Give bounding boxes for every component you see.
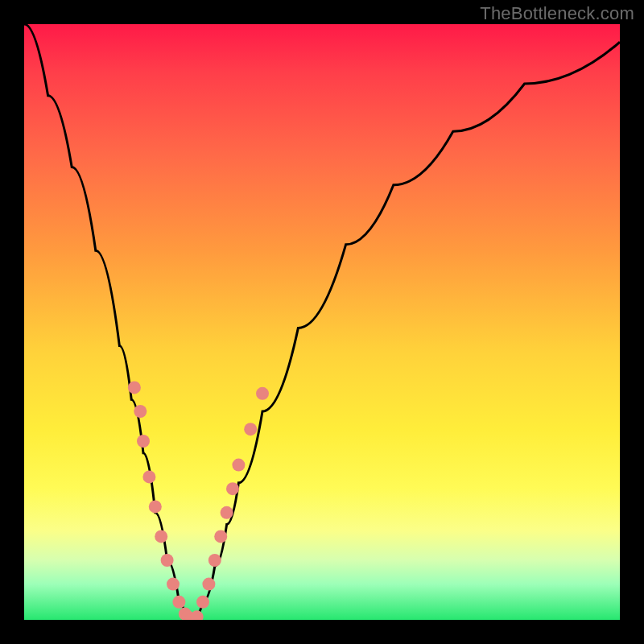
data-marker bbox=[196, 596, 209, 609]
chart-frame: TheBottleneck.com bbox=[0, 0, 644, 644]
watermark-text: TheBottleneck.com bbox=[480, 3, 634, 24]
data-marker bbox=[202, 578, 215, 591]
data-marker bbox=[167, 578, 180, 591]
data-marker bbox=[244, 423, 257, 436]
data-marker bbox=[149, 500, 162, 513]
data-marker bbox=[142, 470, 155, 483]
curve-markers bbox=[128, 381, 269, 620]
bottleneck-curve bbox=[24, 24, 620, 620]
data-marker bbox=[256, 387, 269, 400]
data-marker bbox=[232, 459, 245, 472]
data-marker bbox=[191, 610, 204, 620]
data-marker bbox=[221, 506, 233, 519]
data-marker bbox=[226, 482, 239, 495]
data-marker bbox=[155, 530, 167, 543]
curve-svg bbox=[24, 24, 620, 620]
data-marker bbox=[208, 554, 221, 567]
data-marker bbox=[134, 405, 147, 418]
data-marker bbox=[214, 530, 227, 543]
data-marker bbox=[161, 554, 174, 567]
data-marker bbox=[137, 435, 150, 448]
data-marker bbox=[128, 381, 141, 394]
plot-area bbox=[24, 24, 620, 620]
data-marker bbox=[172, 596, 185, 609]
